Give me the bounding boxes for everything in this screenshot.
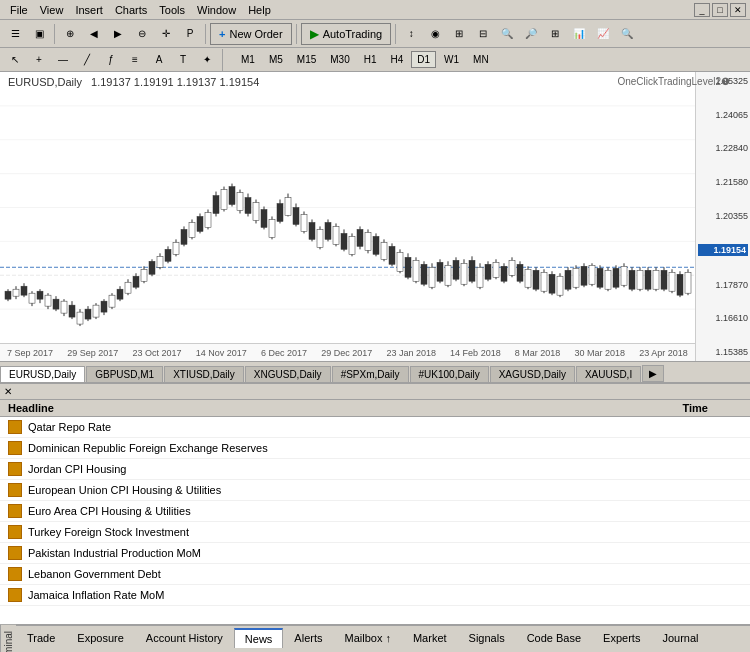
- tool-diagonal[interactable]: ╱: [76, 49, 98, 71]
- svg-rect-114: [421, 264, 427, 284]
- tab-signals[interactable]: Signals: [458, 627, 516, 648]
- menu-tools[interactable]: Tools: [153, 2, 191, 18]
- svg-rect-66: [229, 187, 235, 205]
- toolbar-crosshair[interactable]: ✛: [155, 23, 177, 45]
- toolbar-btn-c[interactable]: ⊞: [448, 23, 470, 45]
- terminal-label[interactable]: Terminal: [0, 625, 16, 652]
- tool-multiline[interactable]: ƒ: [100, 49, 122, 71]
- toolbar-btn-b[interactable]: ◉: [424, 23, 446, 45]
- drawing-tools: ↖ + — ╱ ƒ ≡ A T ✦: [4, 49, 223, 71]
- svg-rect-100: [365, 232, 371, 250]
- close-button[interactable]: ✕: [730, 3, 746, 17]
- news-item-5[interactable]: Turkey Foreign Stock Investment: [0, 522, 750, 543]
- tf-m5[interactable]: M5: [263, 51, 289, 68]
- tab-journal[interactable]: Journal: [651, 627, 709, 648]
- toolbar-forward[interactable]: ▶: [107, 23, 129, 45]
- chart-tab-xauusd[interactable]: XAUUSD,I: [576, 366, 641, 382]
- tool-text[interactable]: A: [148, 49, 170, 71]
- tf-m15[interactable]: M15: [291, 51, 322, 68]
- toolbar-zoom-magnify[interactable]: 🔍: [496, 23, 518, 45]
- tool-crosshair[interactable]: +: [28, 49, 50, 71]
- chart-tab-xngusd[interactable]: XNGUSD,Daily: [245, 366, 331, 382]
- tool-arrow[interactable]: ✦: [196, 49, 218, 71]
- menu-file[interactable]: File: [4, 2, 34, 18]
- tab-alerts[interactable]: Alerts: [283, 627, 333, 648]
- news-item-0[interactable]: Qatar Repo Rate: [0, 417, 750, 438]
- svg-rect-150: [565, 270, 571, 289]
- toolbar-zoom-in[interactable]: ⊕: [59, 23, 81, 45]
- tool-line[interactable]: —: [52, 49, 74, 71]
- menu-help[interactable]: Help: [242, 2, 277, 18]
- separator-4: [395, 24, 396, 44]
- news-item-4[interactable]: Euro Area CPI Housing & Utilities: [0, 501, 750, 522]
- tf-mn[interactable]: MN: [467, 51, 495, 68]
- toolbar-search[interactable]: 🔍: [616, 23, 638, 45]
- minimize-button[interactable]: _: [694, 3, 710, 17]
- chart-tabs-arrow[interactable]: ▶: [642, 365, 664, 382]
- news-item-8[interactable]: Jamaica Inflation Rate MoM: [0, 585, 750, 606]
- svg-rect-38: [117, 289, 123, 299]
- chart-tab-xtiusd[interactable]: XTIUSD,Daily: [164, 366, 244, 382]
- menu-window[interactable]: Window: [191, 2, 242, 18]
- news-icon-1: [8, 441, 22, 455]
- tf-d1[interactable]: D1: [411, 51, 436, 68]
- tool-label[interactable]: T: [172, 49, 194, 71]
- news-item-7[interactable]: Lebanon Government Debt: [0, 564, 750, 585]
- chart-tab-gbpusd[interactable]: GBPUSD,M1: [86, 366, 163, 382]
- tf-h4[interactable]: H4: [385, 51, 410, 68]
- terminal-news-header: ✕: [0, 384, 750, 400]
- tab-experts[interactable]: Experts: [592, 627, 651, 648]
- menu-insert[interactable]: Insert: [69, 2, 109, 18]
- tab-mailbox[interactable]: Mailbox ↑: [333, 627, 401, 648]
- toolbar-chart-type[interactable]: 📊: [568, 23, 590, 45]
- toolbar-zoom-out2[interactable]: 🔎: [520, 23, 542, 45]
- toolbar-btn-d[interactable]: ⊟: [472, 23, 494, 45]
- tf-h1[interactable]: H1: [358, 51, 383, 68]
- svg-rect-104: [381, 242, 387, 259]
- time-oct2017: 23 Oct 2017: [133, 348, 182, 358]
- chart-area[interactable]: EURUSD,Daily 1.19137 1.19191 1.19137 1.1…: [0, 72, 750, 362]
- tab-codebase[interactable]: Code Base: [516, 627, 592, 648]
- tab-exposure[interactable]: Exposure: [66, 627, 134, 648]
- new-order-icon: +: [219, 28, 225, 40]
- news-item-2[interactable]: Jordan CPI Housing: [0, 459, 750, 480]
- news-item-1[interactable]: Dominican Republic Foreign Exchange Rese…: [0, 438, 750, 459]
- toolbar-new-chart[interactable]: ▣: [28, 23, 50, 45]
- tool-hline[interactable]: ≡: [124, 49, 146, 71]
- toolbar-zoom-out[interactable]: ⊖: [131, 23, 153, 45]
- time-nov2017: 14 Nov 2017: [196, 348, 247, 358]
- toolbar-menu-btn[interactable]: ☰: [4, 23, 26, 45]
- news-list[interactable]: Qatar Repo Rate Dominican Republic Forei…: [0, 417, 750, 624]
- tab-market[interactable]: Market: [402, 627, 458, 648]
- chart-tab-spxm[interactable]: #SPXm,Daily: [332, 366, 409, 382]
- bottom-area: Terminal Trade Exposure Account History …: [0, 624, 750, 652]
- toolbar-back[interactable]: ◀: [83, 23, 105, 45]
- news-icon-0: [8, 420, 22, 434]
- svg-rect-124: [461, 263, 467, 284]
- chart-tab-eurusd[interactable]: EURUSD,Daily: [0, 366, 85, 384]
- svg-rect-146: [549, 274, 555, 293]
- chart-tab-xagusd[interactable]: XAGUSD,Daily: [490, 366, 575, 382]
- toolbar-grid[interactable]: ⊞: [544, 23, 566, 45]
- window-controls: _ □ ✕: [694, 3, 746, 17]
- tf-w1[interactable]: W1: [438, 51, 465, 68]
- tab-trade[interactable]: Trade: [16, 627, 66, 648]
- svg-rect-20: [45, 295, 51, 306]
- toolbar-chart-type2[interactable]: 📈: [592, 23, 614, 45]
- tool-cursor[interactable]: ↖: [4, 49, 26, 71]
- chart-tab-uk100[interactable]: #UK100,Daily: [410, 366, 489, 382]
- tab-account-history[interactable]: Account History: [135, 627, 234, 648]
- menu-charts[interactable]: Charts: [109, 2, 153, 18]
- news-item-3[interactable]: European Union CPI Housing & Utilities: [0, 480, 750, 501]
- tf-m30[interactable]: M30: [324, 51, 355, 68]
- autotrading-button[interactable]: ▶ AutoTrading: [301, 23, 392, 45]
- toolbar-btn-a[interactable]: ↕: [400, 23, 422, 45]
- tab-news[interactable]: News: [234, 628, 284, 648]
- toolbar-period[interactable]: P: [179, 23, 201, 45]
- terminal-close-button[interactable]: ✕: [0, 384, 16, 399]
- tf-m1[interactable]: M1: [235, 51, 261, 68]
- restore-button[interactable]: □: [712, 3, 728, 17]
- menu-view[interactable]: View: [34, 2, 70, 18]
- new-order-button[interactable]: + New Order: [210, 23, 292, 45]
- news-item-6[interactable]: Pakistan Industrial Production MoM: [0, 543, 750, 564]
